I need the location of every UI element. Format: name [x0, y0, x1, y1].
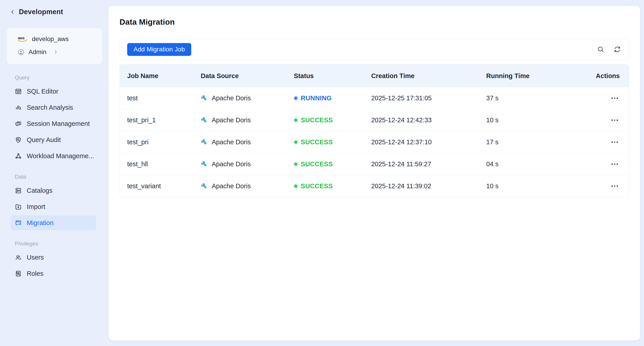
- column-header: Actions: [568, 72, 629, 80]
- main-panel: Data Migration Add Migration Job Job Nam…: [108, 6, 640, 341]
- query-audit-icon: [15, 136, 22, 143]
- add-migration-job-button[interactable]: Add Migration Job: [127, 43, 191, 56]
- sidebar-item-label: Import: [27, 203, 45, 210]
- chevron-right-icon: [53, 49, 58, 55]
- aws-logo-icon: aws: [18, 36, 28, 42]
- table-row: test_priApache DorisSUCCESS2025-12-24 12…: [120, 131, 629, 153]
- data-source-label: Apache Doris: [212, 161, 251, 168]
- status-cell: RUNNING: [294, 94, 371, 102]
- actions-cell: [568, 139, 629, 146]
- status-dot-icon: [294, 163, 297, 165]
- sidebar-item-label: Users: [27, 254, 44, 261]
- table-body: testApache DorisRUNNING2025-12-25 17:31:…: [120, 87, 629, 197]
- running-time-cell: 04 s: [486, 161, 568, 168]
- workspace-name: develop_aws: [32, 35, 68, 43]
- sidebar-item-catalogs[interactable]: Catalogs: [11, 183, 96, 198]
- creation-time-cell: 2025-12-24 11:59:27: [371, 161, 486, 168]
- creation-time-cell: 2025-12-25 17:31:05: [371, 94, 486, 102]
- workspace-user: Admin: [28, 48, 46, 56]
- status-badge: SUCCESS: [301, 139, 333, 146]
- data-source-label: Apache Doris: [212, 139, 251, 146]
- workload-management-icon: [15, 153, 22, 160]
- row-actions-ellipsis-icon[interactable]: [610, 117, 620, 124]
- sidebar-item-roles[interactable]: Roles: [11, 266, 96, 281]
- doris-logo-icon: [201, 161, 208, 168]
- nav-section-label: Data: [15, 174, 108, 180]
- column-header: Creation Time: [371, 72, 486, 80]
- creation-time-cell: 2025-12-24 12:37:10: [371, 139, 486, 146]
- back-chevron-icon[interactable]: [9, 8, 16, 15]
- actions-cell: [568, 95, 629, 102]
- sidebar-item-users[interactable]: Users: [11, 250, 96, 265]
- data-source-cell: Apache Doris: [201, 116, 294, 124]
- job-name-cell: test_hll: [120, 161, 201, 168]
- toolbar-icons: [597, 45, 621, 53]
- status-badge: RUNNING: [301, 94, 332, 102]
- creation-time-cell: 2025-12-24 11:39:02: [371, 182, 486, 190]
- row-actions-ellipsis-icon[interactable]: [610, 95, 620, 102]
- row-actions-ellipsis-icon[interactable]: [610, 183, 620, 190]
- actions-cell: [568, 161, 629, 168]
- catalogs-icon: [15, 187, 22, 194]
- users-icon: [15, 254, 22, 261]
- workspace-card[interactable]: aws develop_aws Admin: [7, 28, 102, 64]
- table-row: testApache DorisRUNNING2025-12-25 17:31:…: [120, 87, 629, 109]
- status-cell: SUCCESS: [294, 116, 371, 124]
- sidebar-item-label: Migration: [27, 219, 54, 227]
- sidebar-item-label: Workload Manageme...: [27, 152, 94, 160]
- sidebar-item-label: Roles: [27, 270, 43, 277]
- status-dot-icon: [294, 97, 297, 99]
- column-header: Running Time: [486, 72, 568, 80]
- column-header: Job Name: [120, 72, 201, 80]
- refresh-icon[interactable]: [614, 45, 621, 53]
- status-dot-icon: [294, 185, 297, 187]
- sidebar-header: Development: [9, 7, 108, 17]
- table-header-row: Job NameData SourceStatusCreation TimeRu…: [120, 65, 629, 87]
- column-header: Data Source: [201, 72, 294, 80]
- search-icon[interactable]: [597, 45, 604, 53]
- row-actions-ellipsis-icon[interactable]: [610, 139, 620, 146]
- data-source-cell: Apache Doris: [201, 139, 294, 146]
- running-time-cell: 10 s: [486, 116, 568, 124]
- sidebar-item-label: SQL Editor: [27, 88, 58, 95]
- column-header: Status: [294, 72, 371, 80]
- data-source-cell: Apache Doris: [201, 182, 294, 190]
- sidebar-item-label: Catalogs: [27, 187, 52, 194]
- roles-icon: [15, 270, 22, 277]
- sidebar-item-search-analysis[interactable]: Search Analysis: [11, 100, 96, 115]
- nav-section-label: Privileges: [15, 241, 108, 247]
- sidebar-item-label: Session Management: [27, 120, 90, 128]
- sidebar-item-query-audit[interactable]: Query Audit: [11, 132, 96, 147]
- status-cell: SUCCESS: [294, 161, 371, 168]
- data-source-cell: Apache Doris: [201, 161, 294, 168]
- running-time-cell: 37 s: [486, 94, 568, 102]
- migration-icon: [15, 219, 22, 226]
- search-analysis-icon: [15, 104, 22, 111]
- sidebar-item-session-management[interactable]: Session Management: [11, 116, 96, 131]
- migration-table: Job NameData SourceStatusCreation TimeRu…: [120, 64, 629, 197]
- doris-logo-icon: [201, 182, 208, 190]
- sql-editor-icon: [15, 88, 22, 95]
- job-name-cell: test_pri: [120, 139, 201, 146]
- running-time-cell: 10 s: [486, 182, 568, 190]
- table-row: test_pri_1Apache DorisSUCCESS2025-12-24 …: [120, 109, 629, 131]
- sidebar-nav: QuerySQL EditorSearch AnalysisSession Ma…: [0, 74, 108, 281]
- workspace-row: aws develop_aws: [18, 33, 102, 45]
- data-source-label: Apache Doris: [212, 116, 251, 124]
- workspace-user-row[interactable]: Admin: [18, 46, 102, 58]
- import-icon: [15, 203, 22, 210]
- status-badge: SUCCESS: [301, 182, 333, 190]
- job-name-cell: test_pri_1: [120, 116, 201, 124]
- job-name-cell: test: [120, 94, 201, 102]
- sidebar-item-import[interactable]: Import: [11, 199, 96, 214]
- actions-cell: [568, 117, 629, 124]
- sidebar-item-label: Search Analysis: [27, 104, 73, 111]
- data-source-label: Apache Doris: [212, 182, 251, 190]
- status-dot-icon: [294, 141, 297, 143]
- row-actions-ellipsis-icon[interactable]: [610, 161, 620, 168]
- sidebar-item-workload-manageme[interactable]: Workload Manageme...: [11, 149, 96, 163]
- sidebar-item-sql-editor[interactable]: SQL Editor: [11, 84, 96, 99]
- sidebar-item-migration[interactable]: Migration: [11, 215, 96, 230]
- nav-section-label: Query: [15, 74, 108, 81]
- workspace-group-title: Development: [19, 8, 63, 16]
